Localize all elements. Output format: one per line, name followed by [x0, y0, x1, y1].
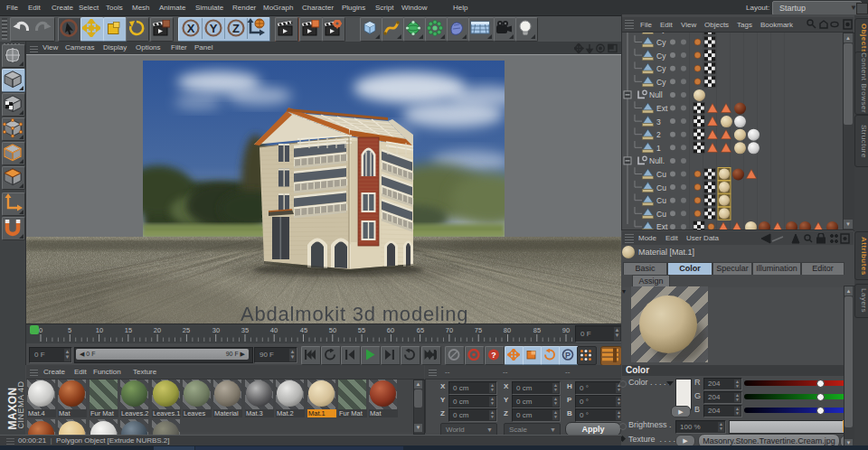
svg-text:Cy: Cy: [656, 52, 666, 61]
svg-text:2: 2: [656, 130, 661, 139]
svg-text:80: 80: [504, 326, 511, 334]
svg-text:Cu: Cu: [656, 210, 666, 219]
svg-text:Null.: Null.: [649, 156, 665, 165]
svg-text:P: P: [565, 351, 571, 360]
svg-text:45: 45: [300, 326, 307, 334]
svg-text:10: 10: [96, 326, 103, 334]
svg-text:65: 65: [417, 326, 424, 334]
svg-text:20: 20: [154, 326, 161, 334]
svg-text:70: 70: [446, 326, 453, 334]
svg-text:Y: Y: [210, 22, 218, 35]
svg-text:55: 55: [358, 326, 365, 334]
svg-text:Cy: Cy: [656, 78, 666, 87]
svg-text:Cy: Cy: [656, 33, 666, 33]
svg-text:Ext: Ext: [656, 222, 668, 230]
svg-text:60: 60: [387, 326, 394, 334]
svg-text:?: ?: [491, 351, 496, 360]
svg-text:50: 50: [329, 326, 336, 334]
svg-text:75: 75: [475, 326, 482, 334]
svg-text:30: 30: [212, 326, 220, 334]
svg-text:90: 90: [562, 326, 570, 334]
svg-text:Cu: Cu: [656, 196, 666, 205]
svg-text:Ext: Ext: [656, 104, 668, 113]
svg-text:Cy: Cy: [656, 38, 666, 47]
svg-text:15: 15: [125, 326, 132, 334]
svg-text:Cy: Cy: [656, 64, 666, 73]
svg-text:Z: Z: [232, 22, 240, 35]
svg-text:0: 0: [39, 326, 42, 334]
svg-text:5: 5: [68, 326, 71, 334]
svg-text:Null: Null: [649, 90, 663, 99]
svg-text:X: X: [187, 22, 195, 35]
svg-text:3: 3: [656, 117, 661, 127]
svg-text:35: 35: [241, 326, 249, 334]
svg-text:Cu: Cu: [656, 170, 666, 179]
svg-text:Cu: Cu: [656, 183, 666, 192]
svg-text:40: 40: [270, 326, 278, 334]
svg-text:25: 25: [183, 326, 190, 334]
svg-text:85: 85: [533, 326, 541, 334]
svg-text:1: 1: [656, 144, 661, 153]
